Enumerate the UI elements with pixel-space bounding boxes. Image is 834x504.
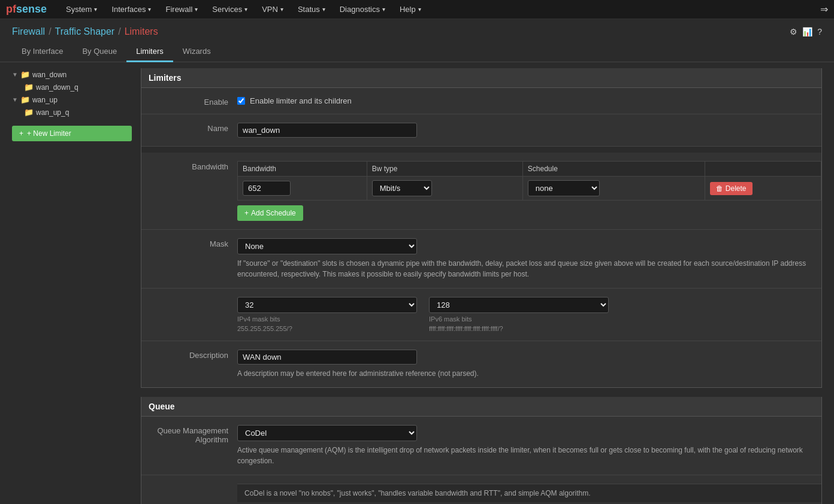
settings-icon[interactable]: ⚙: [790, 27, 797, 37]
separator: [141, 147, 821, 153]
caret-icon: ▾: [244, 6, 247, 13]
enable-checkbox-label[interactable]: Enable limiter and its children: [237, 96, 821, 105]
logo: pfsense: [6, 3, 47, 16]
chart-icon[interactable]: 📊: [802, 27, 812, 37]
enable-checkbox[interactable]: [237, 97, 245, 105]
mask-label: Mask: [141, 236, 237, 248]
mask-info-text: If "source" or "destination" slots is ch…: [237, 258, 821, 280]
breadcrumb-bar: Firewall / Traffic Shaper / Limiters ⚙ 📊…: [0, 19, 834, 42]
mask-select[interactable]: None Source Destination: [237, 238, 417, 254]
description-hint: A description may be entered here for ad…: [237, 368, 821, 379]
nav-interfaces[interactable]: Interfaces ▾: [104, 0, 158, 19]
tab-limiters[interactable]: Limiters: [126, 42, 173, 62]
name-input[interactable]: [237, 123, 417, 138]
folder-icon: 📁: [20, 95, 30, 104]
nav-status[interactable]: Status ▾: [291, 0, 333, 19]
bw-schedule-cell: none: [522, 177, 705, 201]
breadcrumb-firewall[interactable]: Firewall: [12, 26, 45, 37]
ipv4-subnet-label: 255.255.255.255/?: [237, 325, 417, 332]
codel-info-text: CoDel is a novel "no knobs", "just works…: [237, 484, 821, 502]
breadcrumb-sep1: /: [49, 26, 51, 37]
bw-col-type: Bw type: [367, 162, 522, 177]
content: Limiters Enable Enable limiter and its c…: [141, 68, 822, 504]
mask-bits-content: 32 IPv4 mask bits 255.255.255.255/? 128 …: [237, 294, 821, 335]
logo-pf: pf: [6, 3, 16, 15]
new-limiter-label: + New Limiter: [27, 129, 71, 138]
enable-label: Enable: [141, 94, 237, 107]
ipv6-bits-label: IPv6 mask bits: [429, 315, 609, 323]
queue-mgmt-row: Queue ManagementAlgorithm CoDel FIFO RED…: [141, 417, 821, 475]
description-content: A description may be entered here for ad…: [237, 347, 821, 381]
breadcrumb-sep2: /: [118, 26, 120, 37]
breadcrumb-current: Limiters: [125, 26, 158, 37]
folder-icon: 📁: [20, 70, 30, 79]
bw-type-select[interactable]: Mbit/s bit/s Kbit/s Gbit/s: [372, 180, 432, 196]
enable-row: Enable Enable limiter and its children: [141, 88, 821, 114]
brand: pfsense: [6, 3, 47, 16]
add-schedule-label: Add Schedule: [251, 209, 296, 217]
tab-wizards[interactable]: Wizards: [173, 42, 220, 62]
limiters-section-header: Limiters: [141, 68, 821, 88]
ipv4-bits-label: IPv4 mask bits: [237, 315, 417, 323]
bw-col-action: [705, 162, 821, 177]
schedule-select[interactable]: none: [528, 180, 600, 196]
nav-diagnostics[interactable]: Diagnostics ▾: [333, 0, 392, 19]
ipv6-group: 128 IPv6 mask bits ffff:ffff:ffff:ffff:f…: [429, 297, 609, 332]
mask-row: Mask None Source Destination If "source"…: [141, 230, 821, 289]
nav-firewall[interactable]: Firewall ▾: [158, 0, 205, 19]
caret-icon: ▾: [382, 6, 385, 13]
queue-form: Queue Queue ManagementAlgorithm CoDel FI…: [141, 397, 822, 504]
bandwidth-row: Bandwidth Bandwidth Bw type Schedule: [141, 153, 821, 230]
caret-icon: ▾: [148, 6, 151, 13]
help-icon[interactable]: ?: [817, 27, 822, 37]
bw-value-cell: [238, 177, 367, 201]
plus-icon: +: [19, 129, 23, 138]
new-limiter-button[interactable]: + + New Limiter: [12, 126, 132, 141]
queue-mgmt-select[interactable]: CoDel FIFO RED GRED: [237, 425, 417, 441]
nav-system[interactable]: System ▾: [59, 0, 104, 19]
tree-item-wan-down[interactable]: ▼ 📁 wan_down: [12, 68, 132, 81]
tabs-bar: By Interface By Queue Limiters Wizards: [0, 42, 834, 62]
name-label: Name: [141, 120, 237, 133]
navbar-right-icon[interactable]: ⇒: [820, 4, 828, 15]
queue-mgmt-label: Queue ManagementAlgorithm: [141, 423, 237, 444]
tree-item-wan-up-q[interactable]: 📁 wan_up_q: [24, 106, 132, 119]
tree-label-wan-down: wan_down: [32, 71, 67, 79]
tree-item-wan-up[interactable]: ▼ 📁 wan_up: [12, 93, 132, 106]
tree-label-wan-up-q: wan_up_q: [36, 108, 69, 117]
nav-services[interactable]: Services ▾: [205, 0, 255, 19]
ipv6-bits-select[interactable]: 128: [429, 297, 609, 313]
codel-label-empty: [141, 481, 237, 485]
enable-content: Enable limiter and its children: [237, 94, 821, 108]
ipv4-bits-select[interactable]: 32: [237, 297, 417, 313]
bandwidth-input[interactable]: [243, 181, 291, 196]
description-input[interactable]: [237, 350, 417, 365]
main-layout: ▼ 📁 wan_down 📁 wan_down_q ▼ 📁 wan_up 📁 w…: [0, 62, 834, 504]
tree-collapse-icon: ▼: [12, 71, 18, 78]
caret-icon: ▾: [418, 6, 421, 13]
caret-icon: ▾: [322, 6, 325, 13]
nav-help[interactable]: Help ▾: [392, 0, 428, 19]
add-schedule-button[interactable]: + Add Schedule: [237, 205, 303, 221]
name-content: [237, 120, 821, 140]
bandwidth-table: Bandwidth Bw type Schedule: [237, 161, 821, 201]
bw-col-bandwidth: Bandwidth: [238, 162, 367, 177]
ipv4-group: 32 IPv4 mask bits 255.255.255.255/?: [237, 297, 417, 332]
delete-button[interactable]: 🗑 Delete: [710, 182, 752, 195]
breadcrumb: Firewall / Traffic Shaper / Limiters: [12, 26, 158, 37]
caret-icon: ▾: [280, 6, 283, 13]
breadcrumb-icons: ⚙ 📊 ?: [790, 27, 822, 37]
tree-collapse-icon: ▼: [12, 96, 18, 103]
caret-icon: ▾: [94, 6, 97, 13]
tab-by-interface[interactable]: By Interface: [12, 42, 72, 62]
tab-by-queue[interactable]: By Queue: [72, 42, 126, 62]
caret-icon: ▾: [195, 6, 198, 13]
tree-item-wan-down-q[interactable]: 📁 wan_down_q: [24, 81, 132, 93]
plus-icon: +: [244, 209, 249, 217]
nav-vpn[interactable]: VPN ▾: [255, 0, 291, 19]
bw-type-cell: Mbit/s bit/s Kbit/s Gbit/s: [367, 177, 522, 201]
nav-items: System ▾ Interfaces ▾ Firewall ▾ Service…: [59, 0, 428, 19]
breadcrumb-traffic-shaper[interactable]: Traffic Shaper: [55, 26, 115, 37]
mask-content: None Source Destination If "source" or "…: [237, 236, 821, 282]
description-row: Description A description may be entered…: [141, 341, 821, 387]
